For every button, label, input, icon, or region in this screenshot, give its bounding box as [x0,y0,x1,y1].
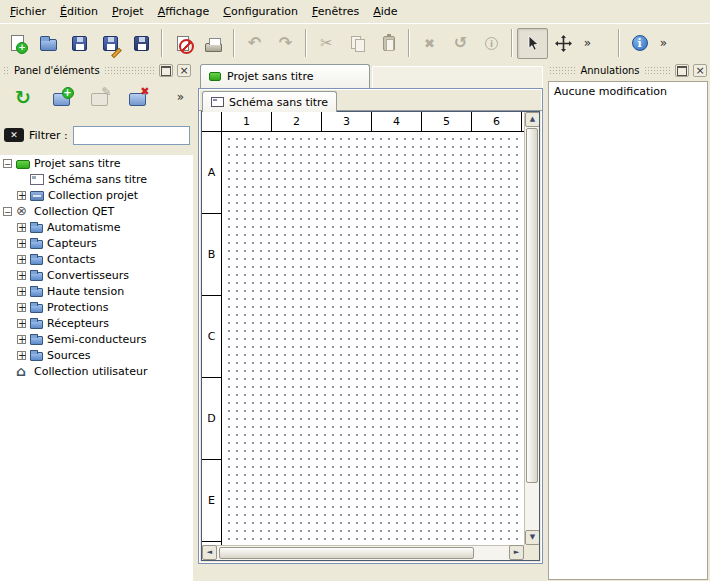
project-tabbar: Projet sans titre [194,62,546,88]
expand-icon[interactable] [17,319,26,328]
tree-item-sources[interactable]: Sources [0,347,193,363]
tree-item-contacts[interactable]: Contacts [0,251,193,267]
delete-element-button[interactable] [121,82,153,112]
tree-item-collection-projet[interactable]: Collection projet [0,187,193,203]
cut-button[interactable] [311,28,342,59]
menu-projet[interactable]: Projet [105,0,151,23]
scroll-right-icon[interactable] [509,545,524,560]
toolbar-overflow-button[interactable]: » [579,28,596,59]
scroll-left-icon[interactable] [202,545,217,560]
main-toolbar: » » [0,23,710,62]
folder-icon [30,288,43,297]
tree-item-haute-tension[interactable]: Haute tension [0,283,193,299]
dock-grip[interactable] [104,66,155,75]
menu-edition[interactable]: Édition [53,0,105,23]
dock-grip[interactable] [644,66,671,75]
vertical-scrollbar[interactable] [524,112,539,545]
tree-item-semi-conducteurs[interactable]: Semi-conducteurs [0,331,193,347]
tree-item-collection-utilisateur[interactable]: Collection utilisateur [0,363,193,379]
clear-filter-icon[interactable] [4,128,24,142]
new-button[interactable] [2,28,33,59]
diagram-canvas[interactable] [222,132,524,545]
panel-overflow-button[interactable]: » [177,90,184,104]
collapse-icon[interactable] [3,207,12,216]
paste-button[interactable] [373,28,404,59]
about-button[interactable] [624,28,655,59]
copy-button[interactable] [342,28,373,59]
menu-affichage[interactable]: Affichage [151,0,217,23]
schema-icon [211,97,224,107]
tree-item-protections[interactable]: Protections [0,299,193,315]
horizontal-scrollbar[interactable] [202,545,524,560]
column-header: 4 [372,112,422,131]
edit-element-button[interactable] [83,82,115,112]
redo-button[interactable] [270,28,301,59]
close-panel-button[interactable] [177,64,191,77]
vertical-scroll-thumb[interactable] [526,128,538,483]
collapse-icon[interactable] [3,159,12,168]
reload-collections-button[interactable] [7,82,39,112]
tree-item-recepteurs[interactable]: Récepteurs [0,315,193,331]
cut-icon [320,35,333,51]
save-all-button[interactable] [126,28,157,59]
scroll-up-icon[interactable] [525,112,540,127]
dock-grip[interactable] [549,66,576,75]
expand-icon[interactable] [17,239,26,248]
copy-icon [351,36,365,51]
tree-item-capteurs[interactable]: Capteurs [0,235,193,251]
tree-item-projet-sans-titre[interactable]: Projet sans titre [0,155,193,171]
scrollbar-corner [524,545,539,560]
menu-aide[interactable]: Aide [366,0,404,23]
elements-panel: Panel d'éléments » Filtrer : Projet sans… [0,62,194,581]
toolbar-overflow-button-2[interactable]: » [655,28,672,59]
column-header: 5 [422,112,472,131]
new-element-button[interactable] [45,82,77,112]
toolbar-separator [233,29,235,57]
tree-item-convertisseurs[interactable]: Convertisseurs [0,267,193,283]
save-as-icon [103,36,118,51]
column-ruler: 1 2 3 4 5 6 [222,112,524,132]
expand-icon[interactable] [17,287,26,296]
horizontal-scroll-thumb[interactable] [219,547,474,559]
tree-item-collection-qet[interactable]: Collection QET [0,203,193,219]
float-panel-button[interactable] [159,64,173,77]
float-panel-button[interactable] [675,64,689,77]
save-button[interactable] [64,28,95,59]
print-button[interactable] [198,28,229,59]
tree-item-schema-sans-titre[interactable]: Schéma sans titre [0,171,193,187]
save-as-button[interactable] [95,28,126,59]
row-ruler: A B C D E [202,132,222,545]
menu-fichier[interactable]: Fichier [3,0,53,23]
rotate-icon [454,35,467,51]
tab-schema-sans-titre[interactable]: Schéma sans titre [202,91,337,112]
expand-icon[interactable] [17,223,26,232]
close-button[interactable] [167,28,198,59]
tree-item-automatisme[interactable]: Automatisme [0,219,193,235]
undo-button[interactable] [239,28,270,59]
open-button[interactable] [33,28,64,59]
filter-input[interactable] [73,126,190,145]
undo-empty-message[interactable]: Aucune modification [549,82,707,101]
close-panel-button[interactable] [693,64,707,77]
tab-projet-sans-titre[interactable]: Projet sans titre [200,64,370,88]
undo-panel-titlebar: Annulations [546,62,710,79]
expand-icon[interactable] [17,255,26,264]
expand-icon[interactable] [17,191,26,200]
scroll-down-icon[interactable] [525,530,540,545]
chevron-right-icon: » [660,36,667,50]
rotate-button[interactable] [445,28,476,59]
qet-collection-icon [16,205,30,217]
delete-button[interactable] [414,28,445,59]
infos-button[interactable] [476,28,507,59]
pan-tool-button[interactable] [548,28,579,59]
expand-icon[interactable] [17,303,26,312]
expand-icon[interactable] [17,271,26,280]
save-icon [72,36,87,51]
select-tool-button[interactable] [517,28,548,59]
expand-icon[interactable] [17,335,26,344]
menu-configuration[interactable]: Configuration [216,0,305,23]
menu-fenetres[interactable]: Fenêtres [305,0,366,23]
menu-bar: Fichier Édition Projet Affichage Configu… [0,0,710,23]
dock-grip[interactable] [3,66,10,75]
expand-icon[interactable] [17,351,26,360]
